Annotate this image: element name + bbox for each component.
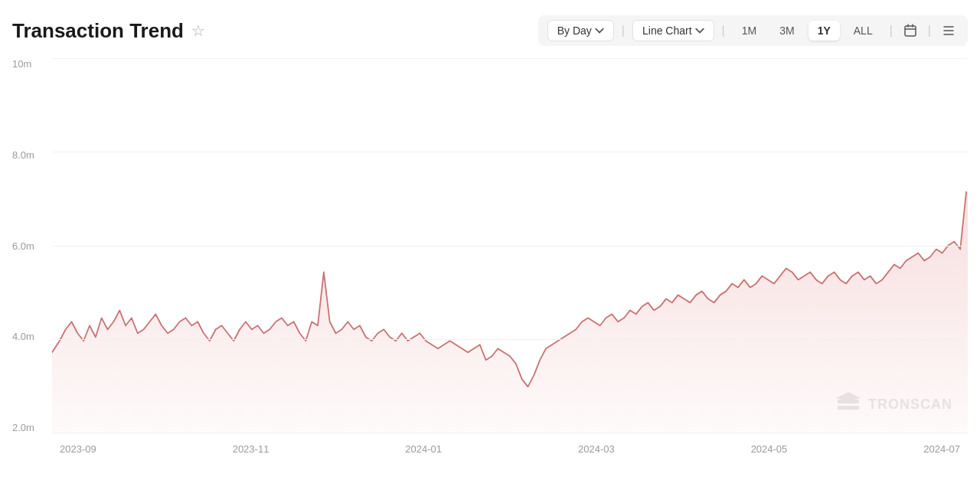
x-axis-labels: 2023-09 2023-11 2024-01 2024-03 2024-05 … <box>52 433 968 464</box>
time-btn-3m[interactable]: 3M <box>770 21 803 41</box>
grid-line-3 <box>52 339 968 340</box>
tronscan-logo-icon <box>835 390 862 418</box>
chevron-down-icon <box>595 26 604 35</box>
page-container: Transaction Trend ☆ By Day | Line Chart … <box>0 0 980 490</box>
y-label-10m: 10m <box>12 58 52 70</box>
x-label-2024-03: 2024-03 <box>578 443 615 455</box>
calendar-icon-btn[interactable] <box>900 21 920 41</box>
grouping-dropdown[interactable]: By Day <box>547 20 614 41</box>
svg-rect-0 <box>905 26 916 36</box>
watermark-text: TRONSCAN <box>868 397 952 413</box>
watermark: TRONSCAN <box>835 390 952 418</box>
separator-2: | <box>722 24 725 38</box>
grid-line-2 <box>52 246 968 247</box>
y-label-6m: 6.0m <box>12 240 52 252</box>
x-label-2024-05: 2024-05 <box>751 443 788 455</box>
controls-bar: By Day | Line Chart | 1M 3M 1Y ALL | | <box>538 15 968 46</box>
y-label-4m: 4.0m <box>12 331 52 342</box>
grid-line-top <box>52 58 968 59</box>
y-label-8m: 8.0m <box>12 149 52 161</box>
y-axis-labels: 10m 8.0m 6.0m 4.0m 2.0m <box>12 58 52 433</box>
separator-3: | <box>890 24 893 38</box>
separator-4: | <box>928 24 931 38</box>
chart-type-dropdown[interactable]: Line Chart <box>632 20 714 41</box>
y-label-2m: 2.0m <box>12 422 52 433</box>
time-btn-all[interactable]: ALL <box>844 21 882 41</box>
favorite-icon[interactable]: ☆ <box>191 21 205 40</box>
title-area: Transaction Trend ☆ <box>12 19 205 43</box>
svg-rect-2 <box>838 406 859 410</box>
chart-area: 10m 8.0m 6.0m 4.0m 2.0m <box>12 58 968 464</box>
time-btn-1m[interactable]: 1M <box>733 21 766 41</box>
chevron-down-icon-2 <box>695 26 704 35</box>
chart-inner <box>52 58 968 433</box>
x-label-2024-01: 2024-01 <box>405 443 442 455</box>
calendar-icon <box>903 24 917 38</box>
time-btn-1y[interactable]: 1Y <box>808 21 840 41</box>
grid-line-1 <box>52 152 968 152</box>
x-label-2023-09: 2023-09 <box>60 443 96 455</box>
x-label-2023-11: 2023-11 <box>233 443 270 455</box>
header: Transaction Trend ☆ By Day | Line Chart … <box>12 15 968 46</box>
x-label-2024-07: 2024-07 <box>923 443 960 455</box>
menu-icon <box>942 24 956 38</box>
separator-1: | <box>622 24 625 38</box>
page-title: Transaction Trend <box>12 19 184 43</box>
menu-icon-btn[interactable] <box>939 21 959 41</box>
